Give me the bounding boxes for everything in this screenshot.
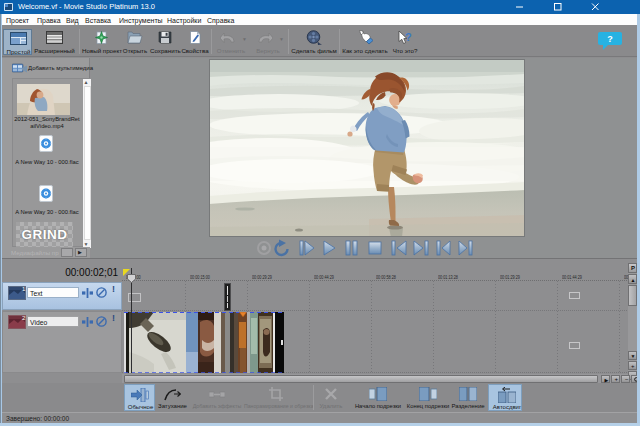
svg-text:?: ?	[405, 31, 412, 43]
svg-text:?: ?	[607, 34, 613, 44]
